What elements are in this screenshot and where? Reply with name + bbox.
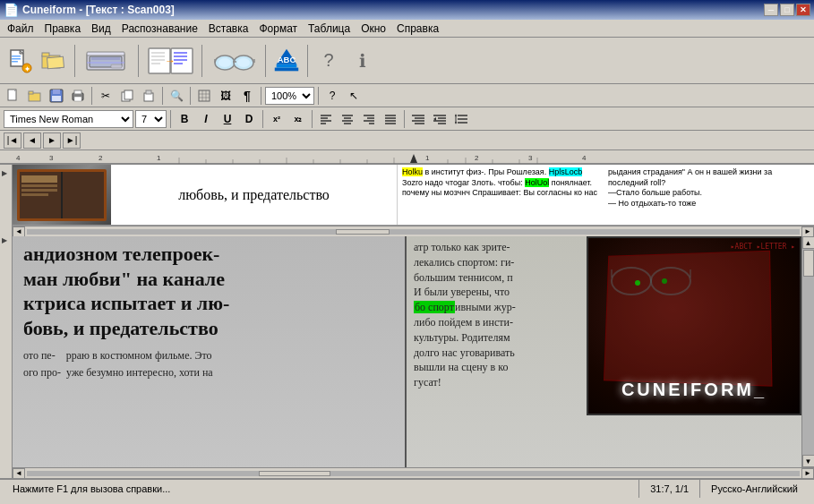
paste-button[interactable] [139,87,159,105]
copy-button[interactable] [117,87,137,105]
table-button[interactable] [194,87,214,105]
scroll-track[interactable] [802,249,815,455]
upper-right-text: Нolku в институт физ-. Пры Рошлезая. Нpl… [398,165,814,225]
open-doc-button[interactable] [25,87,45,105]
svg-point-127 [662,278,667,284]
scroll-up-button[interactable]: ▲ [802,236,815,249]
maximize-button[interactable]: □ [780,4,794,16]
toolbar2-sep2 [162,87,163,105]
lower-scroll-left-button[interactable]: ◄ [13,468,25,479]
svg-rect-35 [275,67,298,71]
scan-small-right1: рраю в костюмном фильме. Это [66,349,212,362]
prev-page-button[interactable]: ◄ [23,132,41,149]
lower-left-panel: андиозном телепроек- ман любви" на канал… [13,236,407,467]
svg-marker-88 [455,122,457,124]
menu-format[interactable]: Формат [253,21,303,37]
svg-rect-44 [53,90,60,94]
indent-right-button[interactable] [430,110,450,128]
underline-button[interactable]: U [218,110,237,128]
svg-text:1: 1 [157,154,161,162]
menu-insert[interactable]: Вставка [203,21,254,37]
scroll-down-button[interactable]: ▼ [802,455,815,467]
right-line9: вышли на сцену в ко [414,361,509,373]
menu-window[interactable]: Окно [356,21,391,37]
menu-table[interactable]: Таблица [303,21,356,37]
upper-center-text: любовь, и предательство [111,165,398,225]
help2-button[interactable]: ? [322,87,342,105]
italic-button[interactable]: I [196,110,216,128]
cut-button[interactable]: ✂ [96,87,116,105]
menu-recognize[interactable]: Распознавание [116,21,203,37]
last-page-button[interactable]: ►| [63,132,81,149]
indent-left-button[interactable] [408,110,428,128]
right-line4: И были уверены, что [414,286,510,298]
svg-text:✦: ✦ [24,65,30,73]
align-left-button[interactable] [316,110,336,128]
next-page-button[interactable]: ► [43,132,61,149]
toolbar1-sep2 [138,45,139,77]
svg-rect-50 [124,90,133,99]
right-line7: культуры. Родителям [414,331,510,344]
toolbar1-sep1 [74,45,75,77]
first-page-button[interactable]: |◄ [4,132,21,149]
zoom-select[interactable]: 100% [265,87,314,105]
save-button[interactable] [47,87,66,105]
scan-small-right2: уже безумно интересно, хоти на [66,366,213,379]
help-button[interactable]: ? [313,45,345,77]
toolbar3: Times New Roman 7 B I U D x² x₂ [0,107,814,131]
svg-text:2: 2 [475,154,479,162]
align-center-button[interactable] [338,110,357,128]
minimize-button[interactable]: ─ [764,4,778,16]
scroll-right-button[interactable]: ► [801,226,814,237]
menu-view[interactable]: Вид [86,21,116,37]
settings-button[interactable] [207,45,261,77]
image-button[interactable]: 🖼 [216,87,236,105]
subscript-button[interactable]: x₂ [288,110,308,128]
align-right-button[interactable] [359,110,379,128]
svg-rect-9 [47,56,64,69]
svg-rect-45 [52,96,61,101]
svg-point-122 [651,268,690,295]
menu-file[interactable]: Файл [2,21,39,37]
new-button[interactable]: ✦ [4,45,36,77]
svg-point-34 [237,58,250,67]
menu-edit[interactable]: Правка [39,21,87,37]
upper-hscrollbar[interactable]: ◄ ► [13,226,814,236]
justify-button[interactable] [381,110,400,128]
main-area: ▶ ▶ [0,165,814,478]
strikethrough-button[interactable]: D [239,110,259,128]
new-doc-button[interactable] [4,87,23,105]
ocr-button[interactable]: ABC [270,45,303,77]
cursor-button[interactable]: ↖ [344,87,364,105]
menu-help[interactable]: Справка [391,21,444,37]
vertical-scrollbar[interactable]: ▲ ▼ [801,236,814,467]
toolbar3-sep1 [170,110,171,128]
line-spacing-button[interactable] [451,110,471,128]
superscript-button[interactable]: x² [267,110,287,128]
svg-rect-48 [74,97,81,101]
about-button[interactable]: ℹ [347,45,379,77]
font-select[interactable]: Times New Roman [4,110,133,128]
paragraph-button[interactable]: ¶ [237,87,257,105]
scroll-thumb[interactable] [803,250,814,277]
lower-hscrollbar[interactable]: ◄ ► [13,467,814,478]
svg-rect-17 [151,52,165,54]
print-button[interactable] [68,87,88,105]
close-button[interactable]: ✕ [796,4,810,16]
recognize-button[interactable]: → [143,45,197,77]
open-button[interactable] [38,45,70,77]
toolbar3-sep4 [404,110,405,128]
scan-button[interactable] [80,45,133,77]
svg-rect-2 [12,56,21,57]
svg-rect-22 [174,52,187,54]
font-size-select[interactable]: 7 [135,110,167,128]
status-position: 31:7, 1/1 [639,480,700,498]
right-highlight: бо спорт [414,301,455,313]
right-line1: атр только как зрите- [414,241,510,253]
lower-scroll-right-button[interactable]: ► [801,468,814,479]
ocr-col2: рыдания страдания" А он н вашей жизни за… [608,167,810,222]
find-button[interactable]: 🔍 [167,87,186,105]
svg-rect-42 [29,91,33,94]
bold-button[interactable]: B [175,110,194,128]
scroll-left-button[interactable]: ◄ [13,226,25,237]
